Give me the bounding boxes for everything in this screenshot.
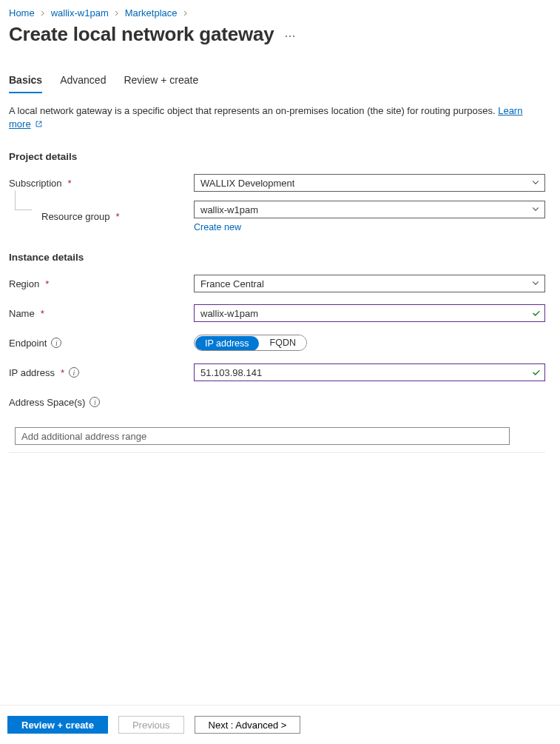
- section-project-details: Project details: [9, 151, 545, 162]
- next-advanced-button[interactable]: Next : Advanced >: [195, 716, 301, 734]
- endpoint-option-fqdn[interactable]: FQDN: [260, 335, 306, 350]
- previous-button: Previous: [118, 716, 184, 734]
- svg-point-1: [289, 36, 291, 37]
- tab-advanced[interactable]: Advanced: [60, 74, 106, 93]
- svg-point-2: [293, 36, 294, 37]
- info-icon[interactable]: i: [51, 338, 61, 348]
- ip-address-value: 51.103.98.141: [200, 367, 531, 378]
- address-range-input[interactable]: [15, 427, 510, 445]
- name-value: wallix-w1pam: [200, 308, 531, 319]
- chevron-right-icon: [113, 10, 121, 17]
- svg-point-0: [286, 36, 287, 37]
- address-spaces-label: Address Space(s) i: [9, 397, 194, 408]
- description-text: A local network gateway is a specific ob…: [9, 105, 498, 116]
- info-icon[interactable]: i: [69, 367, 79, 378]
- subscription-value: WALLIX Development: [200, 178, 294, 189]
- endpoint-option-ip[interactable]: IP address: [195, 336, 259, 351]
- subscription-label: Subscription*: [9, 178, 194, 189]
- review-create-button[interactable]: Review + create: [7, 716, 108, 734]
- info-icon[interactable]: i: [90, 397, 100, 407]
- tab-review-create[interactable]: Review + create: [124, 74, 198, 93]
- breadcrumb-resource[interactable]: wallix-w1pam: [51, 7, 109, 19]
- ip-address-label: IP address* i: [9, 367, 194, 378]
- name-label: Name*: [9, 308, 194, 319]
- breadcrumb-home[interactable]: Home: [9, 7, 35, 19]
- check-icon: [531, 308, 542, 318]
- chevron-down-icon: [531, 278, 540, 289]
- region-label: Region*: [9, 278, 194, 289]
- region-value: France Central: [200, 278, 264, 289]
- tabs: Basics Advanced Review + create: [9, 74, 545, 94]
- subscription-dropdown[interactable]: WALLIX Development: [194, 174, 545, 192]
- external-link-icon: [35, 118, 43, 132]
- endpoint-toggle: IP address FQDN: [194, 335, 307, 351]
- name-input[interactable]: wallix-w1pam: [194, 304, 545, 322]
- page-title: Create local network gateway: [9, 23, 274, 46]
- breadcrumb-marketplace[interactable]: Marketplace: [125, 7, 178, 19]
- description: A local network gateway is a specific ob…: [9, 104, 545, 132]
- region-dropdown[interactable]: France Central: [194, 275, 545, 292]
- chevron-right-icon: [39, 10, 47, 17]
- divider: [9, 452, 545, 453]
- chevron-right-icon: [182, 10, 189, 17]
- resource-group-dropdown[interactable]: wallix-w1pam: [194, 201, 545, 218]
- ip-address-input[interactable]: 51.103.98.141: [194, 363, 545, 381]
- more-icon[interactable]: [285, 29, 295, 40]
- chevron-down-icon: [531, 204, 540, 215]
- footer-bar: Review + create Previous Next : Advanced…: [0, 705, 560, 744]
- tab-basics[interactable]: Basics: [9, 74, 42, 93]
- create-new-resource-group-link[interactable]: Create new: [194, 222, 241, 232]
- resource-group-label: Resource group*: [41, 211, 194, 222]
- section-instance-details: Instance details: [9, 252, 545, 263]
- resource-group-value: wallix-w1pam: [200, 204, 258, 215]
- chevron-down-icon: [531, 178, 540, 189]
- breadcrumb: Home wallix-w1pam Marketplace: [9, 7, 545, 19]
- endpoint-label: Endpoint i: [9, 338, 194, 349]
- check-icon: [531, 367, 542, 378]
